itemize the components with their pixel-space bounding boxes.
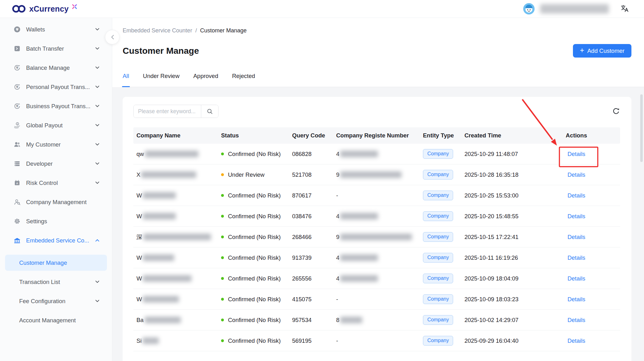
add-customer-button[interactable]: + Add Customer [573, 44, 631, 58]
sidebar-collapse-button[interactable] [105, 30, 119, 44]
tab-rejected[interactable]: Rejected [232, 65, 255, 87]
company-name-cell: W [133, 192, 216, 199]
entity-type-cell: Company [420, 253, 461, 263]
status-cell: Confirmed (No Risk) [216, 254, 289, 261]
sidebar-item-company-management[interactable]: Company Management [0, 192, 112, 212]
sidebar-subitem-customer-manage[interactable]: Customer Manage [5, 255, 107, 271]
details-link[interactable]: Details [568, 192, 586, 199]
table-body: qw Confirmed (No Risk) 086828 4 Company … [133, 144, 620, 351]
entity-type-cell: Company [420, 315, 461, 325]
company-name-prefix: W [136, 275, 142, 282]
sidebar-item-personal-payout[interactable]: ¥ Personal Payout Trans... [0, 77, 112, 97]
status-text: Confirmed (No Risk) [228, 296, 281, 303]
entity-type-cell: Company [420, 211, 461, 221]
sidebar-item-batch-transfer[interactable]: Batch Transfer [0, 39, 112, 58]
registe-number-cell: 9 [333, 171, 420, 178]
col-status: Status [216, 132, 289, 139]
details-link[interactable]: Details [568, 254, 586, 261]
sidebar-item-business-payout[interactable]: ¥ Business Payout Trans... [0, 97, 112, 116]
details-link[interactable]: Details [568, 337, 586, 344]
entity-type-cell: Company [420, 149, 461, 159]
sidebar-subitem-account-management[interactable]: Account Management [0, 311, 112, 330]
company-name-blurred [143, 254, 174, 261]
sidebar-item-embedded-service[interactable]: Embedded Service Co... [0, 231, 112, 250]
tab-approved[interactable]: Approved [193, 65, 218, 87]
sidebar-item-my-customer[interactable]: My Customer [0, 135, 112, 154]
status-dot [221, 173, 224, 176]
tab-under-review[interactable]: Under Review [143, 65, 180, 87]
col-query-code: Query Code [289, 132, 333, 139]
tab-all[interactable]: All [123, 65, 129, 87]
person-search-icon [13, 198, 21, 206]
query-code-cell: 957534 [289, 317, 333, 324]
status-cell: Confirmed (No Risk) [216, 275, 289, 282]
language-switch-button[interactable] [620, 4, 629, 14]
created-time-cell: 2025-10-02 14:29:07 [461, 317, 533, 324]
company-name-blurred [143, 213, 176, 219]
chevron-left-icon [111, 35, 114, 40]
registe-number-blurred [340, 171, 402, 178]
sidebar-item-settings[interactable]: Settings [0, 212, 112, 231]
created-time-cell: 2025-10-25 15:53:00 [461, 192, 533, 199]
registe-number-prefix: 4 [336, 254, 339, 261]
scrollbar-thumb[interactable] [640, 94, 643, 162]
registe-number-cell: 9 [333, 234, 420, 241]
details-link[interactable]: Details [568, 213, 586, 220]
search-icon [207, 108, 213, 114]
details-link[interactable]: Details [568, 275, 586, 282]
details-link[interactable]: Details [568, 234, 586, 241]
company-name-blurred [143, 296, 179, 303]
svg-text:¥: ¥ [16, 66, 18, 70]
details-link[interactable]: Details [568, 171, 586, 178]
registe-number-blurred [340, 234, 412, 240]
status-cell: Confirmed (No Risk) [216, 192, 289, 199]
sidebar-item-wallets[interactable]: ¥ Wallets [0, 20, 112, 39]
registe-number-blurred [340, 254, 378, 261]
chevron-down-icon [95, 143, 99, 146]
breadcrumb-parent[interactable]: Embedded Service Counter [123, 27, 192, 34]
chevron-down-icon [95, 105, 99, 108]
sidebar-item-risk-control[interactable]: A Risk Control [0, 173, 112, 192]
registe-number-prefix: 9 [336, 234, 339, 241]
search-input[interactable] [134, 105, 201, 118]
status-text: Confirmed (No Risk) [228, 192, 281, 199]
refresh-button[interactable] [612, 107, 620, 116]
sidebar-subitem-transaction-list[interactable]: Transaction List [0, 272, 112, 292]
chevron-down-icon [95, 47, 99, 50]
details-link[interactable]: Details [568, 151, 586, 158]
company-name-cell: W [133, 296, 216, 303]
sidebar-item-developer[interactable]: Developer [0, 154, 112, 173]
status-text: Confirmed (No Risk) [228, 337, 281, 344]
registe-number-prefix: 4 [336, 151, 339, 158]
status-dot [221, 215, 224, 218]
table-row: W Confirmed (No Risk) 038476 4 Company 2… [133, 206, 620, 227]
avatar[interactable] [523, 3, 535, 14]
table-row: Si Confirmed (No Risk) 569195 - Company … [133, 330, 620, 351]
entity-type-badge: Company [423, 294, 453, 304]
col-entity-type: Entity Type [420, 132, 461, 139]
sidebar-item-balance-manage[interactable]: ¥ Balance Manage [0, 58, 112, 77]
entity-type-cell: Company [420, 294, 461, 304]
entity-type-badge: Company [423, 211, 453, 221]
col-registe-number: Company Registe Number [333, 132, 420, 139]
status-dot [221, 319, 224, 321]
refresh-yen-icon: ¥ [13, 83, 21, 91]
details-link[interactable]: Details [568, 317, 586, 324]
details-link[interactable]: Details [568, 296, 586, 303]
query-code-cell: 415075 [289, 296, 333, 303]
search-button[interactable] [201, 105, 218, 118]
customer-table: Company Name Status Query Code Company R… [133, 127, 620, 351]
table-row: W Confirmed (No Risk) 870617 - Company 2… [133, 185, 620, 206]
sidebar-subitem-fee-configuration[interactable]: Fee Configuration [0, 292, 112, 311]
sidebar-item-global-payout[interactable]: $ Global Payout [0, 116, 112, 135]
col-created-time: Created Time [461, 132, 533, 139]
status-cell: Confirmed (No Risk) [216, 151, 289, 158]
table-header: Company Name Status Query Code Company R… [133, 127, 620, 144]
server-icon [13, 160, 21, 168]
table-row: W Confirmed (No Risk) 265556 4 Company 2… [133, 268, 620, 289]
user-name-blurred[interactable] [540, 4, 609, 14]
registe-number-blurred [340, 317, 362, 323]
company-name-blurred [142, 337, 159, 344]
entity-type-badge: Company [423, 191, 453, 200]
chevron-down-icon [95, 181, 99, 184]
